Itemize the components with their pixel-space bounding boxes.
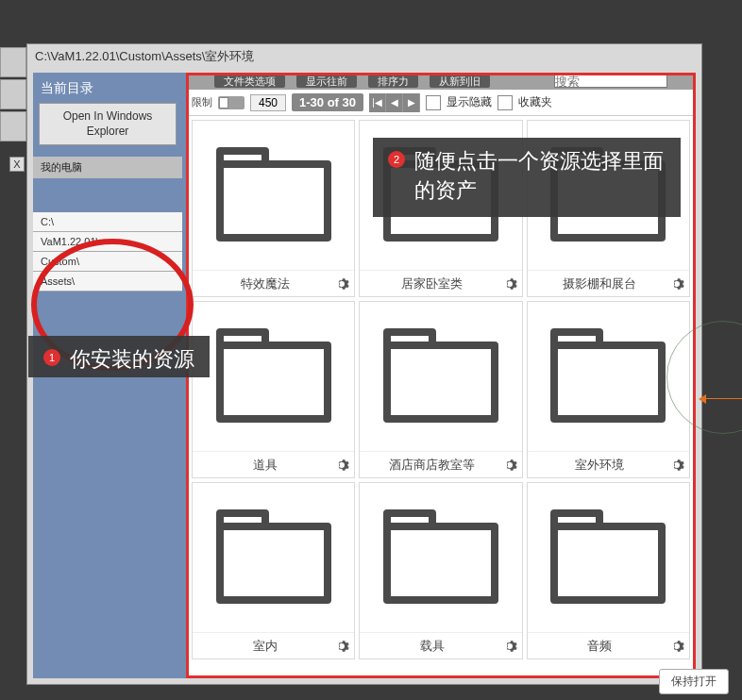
- folder-thumbnail: [528, 483, 689, 632]
- folder-item[interactable]: 特效魔法: [192, 120, 355, 297]
- folder-icon: [379, 506, 502, 609]
- left-rail: [0, 47, 26, 143]
- folder-label-row: 音频: [528, 632, 689, 658]
- callout-2: 2 随便点击一个资源选择里面的资产: [373, 138, 681, 217]
- folder-icon: [212, 143, 335, 247]
- path-item[interactable]: VaM1.22.01\: [33, 232, 182, 252]
- sidebar-title: 当前目录: [33, 73, 182, 103]
- folder-item[interactable]: 音频: [527, 482, 690, 659]
- callout-text-2: 随便点击一个资源选择里面的资产: [414, 147, 666, 206]
- path-breadcrumb-list: C:\ VaM1.22.01\ Custom\ Assets\: [33, 212, 182, 292]
- gear-icon[interactable]: [501, 275, 518, 292]
- callout-badge-2: 2: [388, 151, 405, 168]
- callout-badge-1: 1: [43, 349, 60, 366]
- gear-icon[interactable]: [501, 638, 518, 655]
- sort-button[interactable]: 排序力: [368, 75, 418, 88]
- folder-name: 摄影棚和展台: [531, 275, 668, 292]
- folder-name: 特效魔法: [196, 275, 333, 292]
- show-hidden-checkbox[interactable]: [426, 95, 441, 110]
- background-arrow-icon: [699, 394, 706, 404]
- folder-thumbnail: [528, 302, 689, 451]
- folder-name: 居家卧室类: [363, 275, 500, 292]
- favorites-checkbox[interactable]: [497, 95, 513, 110]
- toolbar-mid: 限制 450 1-30 of 30 |◀ ◀ ▶ 显示隐藏 收藏夹: [186, 90, 696, 116]
- folder-label-row: 摄影棚和展台: [528, 270, 689, 296]
- path-item[interactable]: Assets\: [33, 272, 182, 292]
- show-hidden-label: 显示隐藏: [447, 94, 492, 110]
- path-item[interactable]: C:\: [33, 212, 182, 232]
- close-icon[interactable]: X: [9, 157, 25, 172]
- folder-icon: [547, 506, 669, 609]
- gear-icon[interactable]: [333, 457, 350, 474]
- folder-thumbnail: [193, 121, 354, 270]
- gear-icon[interactable]: [333, 638, 350, 655]
- limit-value[interactable]: 450: [250, 94, 286, 111]
- toolbar-top: 文件类选项 显示往前 排序力 从新到旧: [186, 73, 696, 90]
- background-arrow-line: [700, 398, 742, 399]
- search-input[interactable]: [554, 75, 667, 88]
- folder-icon: [547, 325, 669, 428]
- sort-order-button[interactable]: 从新到旧: [430, 75, 490, 88]
- folder-name: 载具: [363, 638, 500, 655]
- folder-name: 音频: [531, 638, 668, 655]
- limit-slider[interactable]: [218, 96, 245, 109]
- gear-icon[interactable]: [501, 457, 518, 474]
- prev-page-icon[interactable]: ◀: [386, 93, 403, 112]
- show-prev-button[interactable]: 显示往前: [296, 75, 357, 88]
- folder-name: 道具: [196, 457, 333, 474]
- slider-thumb[interactable]: [219, 97, 228, 108]
- side-tab[interactable]: [0, 111, 26, 142]
- folder-item[interactable]: 酒店商店教室等: [359, 301, 522, 478]
- side-tab[interactable]: [0, 79, 26, 109]
- favorites-label: 收藏夹: [518, 94, 552, 110]
- folder-label-row: 酒店商店教室等: [360, 451, 521, 477]
- folder-thumbnail: [193, 483, 354, 632]
- folder-name: 室内: [196, 638, 333, 655]
- folder-icon: [212, 506, 335, 609]
- folder-label-row: 室内: [193, 632, 354, 658]
- gear-icon[interactable]: [668, 275, 685, 292]
- folder-label-row: 特效魔法: [193, 270, 354, 296]
- limit-label: 限制: [192, 95, 212, 109]
- gear-icon[interactable]: [668, 638, 685, 655]
- folder-thumbnail: [193, 302, 354, 451]
- folder-name: 室外环境: [531, 457, 668, 474]
- open-explorer-button[interactable]: Open In Windows Explorer: [39, 103, 177, 145]
- folder-label-row: 居家卧室类: [360, 270, 521, 296]
- gear-icon[interactable]: [668, 457, 685, 474]
- folder-label-row: 室外环境: [528, 451, 689, 477]
- folder-name: 酒店商店教室等: [363, 457, 500, 474]
- folder-item[interactable]: 载具: [359, 482, 522, 659]
- callout-1: 1 你安装的资源: [28, 336, 210, 377]
- folder-icon: [212, 325, 335, 428]
- path-bar: C:\VaM1.22.01\Custom\Assets\室外环境: [27, 44, 701, 67]
- next-page-icon[interactable]: ▶: [403, 93, 420, 112]
- file-options-button[interactable]: 文件类选项: [214, 75, 285, 88]
- gear-icon[interactable]: [333, 275, 350, 292]
- pagination-label: 1-30 of 30: [292, 93, 363, 111]
- folder-item[interactable]: 室内: [192, 482, 355, 659]
- side-tab[interactable]: [0, 47, 26, 77]
- folder-icon: [379, 325, 502, 428]
- folder-thumbnail: [360, 483, 521, 632]
- folder-item[interactable]: 室外环境: [527, 301, 690, 478]
- folder-thumbnail: [360, 302, 521, 451]
- folder-item[interactable]: 道具: [192, 301, 355, 478]
- folder-label-row: 道具: [193, 451, 354, 477]
- keep-open-button[interactable]: 保持打开: [659, 669, 729, 694]
- callout-text-1: 你安装的资源: [70, 345, 194, 375]
- first-page-icon[interactable]: |◀: [369, 93, 386, 112]
- folder-label-row: 载具: [360, 632, 521, 658]
- path-item[interactable]: Custom\: [33, 252, 182, 272]
- my-computer-label[interactable]: 我的电脑: [33, 157, 182, 178]
- pagination-nav: |◀ ◀ ▶: [369, 93, 420, 112]
